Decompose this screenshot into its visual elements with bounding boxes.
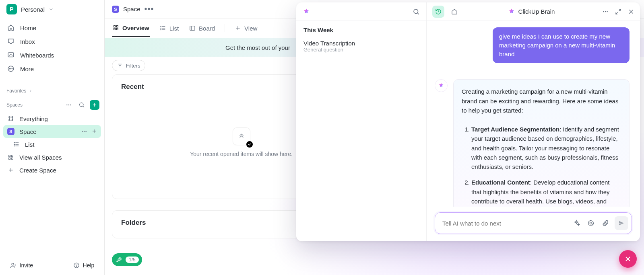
history-item-title: Video Transcription bbox=[303, 40, 419, 47]
spaces-more-button[interactable] bbox=[64, 100, 74, 110]
tab-label: Overview bbox=[122, 25, 149, 31]
ai-intro-text: Creating a marketing campaign for a new … bbox=[462, 87, 621, 115]
svg-point-59 bbox=[120, 259, 120, 259]
tree-space-more[interactable] bbox=[81, 128, 87, 135]
overview-icon bbox=[113, 25, 119, 31]
brain-history-button[interactable] bbox=[432, 6, 444, 18]
nav-whiteboards[interactable]: Whiteboards bbox=[3, 48, 101, 62]
history-section-label: This Week bbox=[303, 27, 419, 33]
svg-point-12 bbox=[9, 117, 10, 118]
svg-point-3 bbox=[10, 68, 11, 69]
close-icon bbox=[624, 255, 632, 263]
brain-title: ClickUp Brain bbox=[464, 8, 598, 15]
layers-icon bbox=[237, 132, 246, 141]
chat-scroll[interactable]: give me ideas I can use to create my new… bbox=[435, 27, 632, 207]
svg-point-22 bbox=[85, 131, 86, 132]
brain-history-panel: This Week Video Transcription General qu… bbox=[296, 2, 427, 241]
ai-point: Target Audience Segmentation: Identify a… bbox=[471, 125, 621, 171]
help-button[interactable]: Help bbox=[73, 262, 95, 269]
svg-point-50 bbox=[161, 28, 161, 28]
list-icon bbox=[13, 141, 20, 148]
sparkle-icon bbox=[573, 220, 580, 227]
ai-points-list: Target Audience Segmentation: Identify a… bbox=[462, 125, 621, 207]
svg-point-8 bbox=[80, 103, 83, 107]
tab-board[interactable]: Board bbox=[188, 20, 216, 37]
brain-home-button[interactable] bbox=[448, 6, 460, 18]
tab-overview[interactable]: Overview bbox=[112, 20, 150, 37]
onboarding-pill[interactable]: 1/5 bbox=[112, 253, 142, 266]
svg-point-63 bbox=[605, 11, 606, 12]
svg-rect-42 bbox=[114, 26, 116, 27]
tree-label: View all Spaces bbox=[19, 154, 62, 161]
brain-logo-icon bbox=[508, 8, 515, 15]
svg-line-65 bbox=[619, 9, 621, 11]
brain-title-text: ClickUp Brain bbox=[518, 8, 555, 15]
expand-icon bbox=[615, 8, 621, 15]
home-icon bbox=[451, 8, 458, 15]
ellipsis-icon bbox=[66, 102, 72, 108]
svg-rect-34 bbox=[11, 158, 13, 159]
space-tree: Everything S Space List View all Spaces bbox=[0, 112, 104, 176]
fab-close-button[interactable] bbox=[619, 250, 637, 268]
ai-suggest-button[interactable] bbox=[571, 218, 582, 228]
invite-button[interactable]: Invite bbox=[10, 262, 33, 269]
svg-rect-31 bbox=[9, 155, 10, 157]
favorites-header[interactable]: Favorites bbox=[0, 83, 104, 96]
svg-rect-44 bbox=[114, 28, 116, 30]
tree-view-all-spaces[interactable]: View all Spaces bbox=[3, 151, 101, 164]
tab-add-view[interactable]: View bbox=[234, 20, 258, 37]
tab-label: Board bbox=[199, 25, 215, 32]
plus-icon bbox=[7, 166, 14, 174]
nav-home[interactable]: Home bbox=[3, 21, 101, 35]
tree-space[interactable]: S Space bbox=[3, 125, 101, 138]
breadcrumb-more[interactable]: ••• bbox=[144, 4, 154, 14]
tab-list[interactable]: List bbox=[159, 20, 180, 37]
brain-close-button[interactable] bbox=[628, 8, 634, 15]
history-search-button[interactable] bbox=[413, 8, 420, 15]
tree-list[interactable]: List bbox=[3, 138, 101, 151]
at-icon bbox=[587, 220, 594, 227]
brain-logo-icon bbox=[438, 82, 444, 89]
svg-point-6 bbox=[68, 105, 69, 105]
brain-expand-button[interactable] bbox=[615, 8, 621, 15]
chat-text-input[interactable] bbox=[442, 220, 567, 227]
svg-line-61 bbox=[417, 13, 419, 14]
spaces-add-button[interactable] bbox=[90, 100, 99, 110]
ellipsis-icon bbox=[81, 128, 87, 135]
invite-icon bbox=[10, 262, 17, 269]
send-button[interactable] bbox=[615, 216, 628, 230]
divider bbox=[225, 24, 225, 32]
svg-rect-43 bbox=[116, 26, 118, 27]
sidebar-footer: Invite Help bbox=[0, 255, 104, 275]
workspace-avatar: P bbox=[6, 4, 17, 14]
nav-inbox[interactable]: Inbox bbox=[3, 35, 101, 48]
nav-label: More bbox=[20, 66, 34, 72]
tree-create-space[interactable]: Create Space bbox=[3, 164, 101, 176]
svg-point-30 bbox=[14, 146, 14, 146]
tree-everything[interactable]: Everything bbox=[3, 112, 101, 125]
history-item[interactable]: Video Transcription General question bbox=[303, 37, 419, 55]
user-message: give me ideas I can use to create my new… bbox=[493, 27, 630, 63]
brain-menu-button[interactable] bbox=[602, 8, 609, 15]
mention-button[interactable] bbox=[586, 218, 596, 228]
search-icon bbox=[413, 8, 420, 15]
svg-point-62 bbox=[603, 11, 604, 12]
tree-space-add[interactable] bbox=[91, 128, 97, 135]
nav-more[interactable]: More bbox=[3, 62, 101, 76]
chat-input[interactable] bbox=[435, 212, 632, 234]
svg-rect-52 bbox=[190, 26, 195, 31]
attachment-button[interactable] bbox=[600, 218, 611, 228]
ai-point-title: Educational Content bbox=[471, 179, 530, 186]
svg-point-7 bbox=[70, 105, 71, 105]
empty-text: Your recent opened items will show here. bbox=[190, 151, 293, 157]
spaces-search-button[interactable] bbox=[77, 100, 87, 110]
footer-label: Invite bbox=[20, 262, 33, 269]
filters-button[interactable]: Filters bbox=[112, 60, 145, 71]
plus-icon bbox=[91, 128, 97, 134]
banner-text: Get the most out of your bbox=[225, 44, 290, 51]
breadcrumb-title[interactable]: Space bbox=[123, 6, 140, 12]
svg-point-15 bbox=[12, 119, 13, 121]
chevron-right-icon bbox=[29, 89, 33, 93]
close-icon bbox=[628, 8, 634, 15]
workspace-switcher[interactable]: P Personal bbox=[0, 0, 104, 20]
